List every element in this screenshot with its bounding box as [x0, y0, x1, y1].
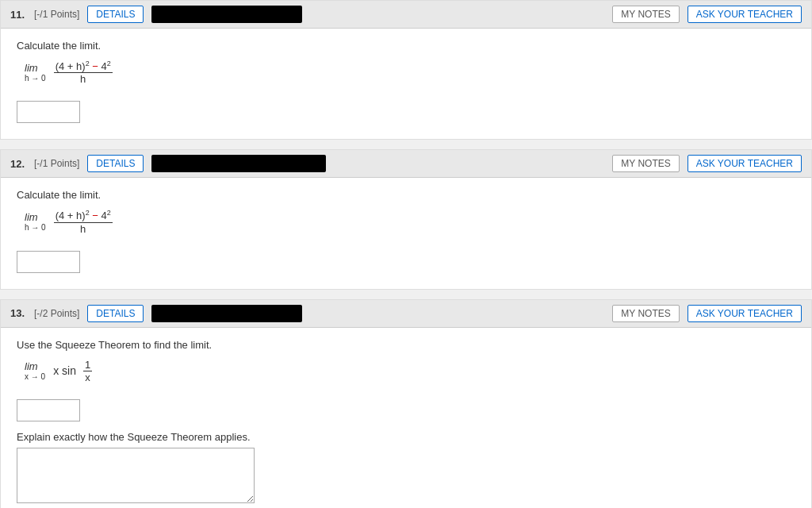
question-12-numerator: (4 + h)2 − 42 — [54, 209, 113, 222]
question-13-explain-label: Explain exactly how the Squeeze Theorem … — [17, 431, 795, 443]
question-12-ask-teacher-button[interactable]: ASK YOUR TEACHER — [688, 155, 802, 172]
question-11-points: [-/1 Points] — [34, 9, 79, 20]
question-11-details-button[interactable]: DETAILS — [87, 6, 144, 23]
question-11-answer-input[interactable] — [17, 101, 80, 123]
question-12-details-button[interactable]: DETAILS — [87, 155, 144, 172]
question-13-number: 13. — [10, 307, 26, 319]
question-11-fraction: (4 + h)2 − 42 h — [54, 60, 113, 85]
question-12-number: 12. — [10, 158, 26, 170]
question-12-denominator: h — [79, 223, 87, 235]
question-12-instruction: Calculate the limit. — [17, 189, 795, 201]
question-12-formula: lim h → 0 (4 + h)2 − 42 h — [25, 209, 795, 241]
question-12: 12. [-/1 Points] DETAILS MY NOTES ASK YO… — [0, 149, 812, 289]
question-11-lim: lim h → 0 — [25, 62, 46, 83]
question-12-fraction: (4 + h)2 − 42 h — [54, 209, 113, 234]
question-13-lim: lim x → 0 — [25, 360, 45, 381]
question-11-numerator: (4 + h)2 − 42 — [54, 60, 113, 73]
question-13-redacted — [151, 305, 302, 322]
question-11-body: Calculate the limit. lim h → 0 (4 + h)2 … — [1, 29, 811, 139]
question-13-formula: lim x → 0 x sin 1 x — [25, 359, 795, 390]
question-13-squeeze-fraction: 1 x — [83, 359, 92, 383]
question-12-lim-top: lim — [25, 211, 46, 223]
question-13-lim-wrapper: lim x → 0 x sin 1 x — [25, 359, 92, 383]
question-12-body: Calculate the limit. lim h → 0 (4 + h)2 … — [1, 178, 811, 288]
question-13-points: [-/2 Points] — [34, 308, 79, 319]
question-13-squeeze-den: x — [83, 371, 92, 383]
question-11-header: 11. [-/1 Points] DETAILS MY NOTES ASK YO… — [1, 1, 811, 29]
question-13-instruction: Use the Squeeze Theorem to find the limi… — [17, 339, 795, 351]
question-13-lim-sub: x → 0 — [25, 372, 45, 381]
question-13-expr-main: x sin — [53, 364, 76, 377]
question-12-my-notes-button[interactable]: MY NOTES — [612, 155, 679, 172]
question-12-lim-sub: h → 0 — [25, 223, 46, 232]
question-11-lim-wrapper: lim h → 0 (4 + h)2 − 42 h — [25, 60, 113, 85]
question-11-formula: lim h → 0 (4 + h)2 − 42 h — [25, 60, 795, 91]
question-12-redacted — [151, 155, 326, 172]
question-12-points: [-/1 Points] — [34, 158, 79, 169]
question-13-lim-top: lim — [25, 360, 45, 372]
question-13-ask-teacher-button[interactable]: ASK YOUR TEACHER — [688, 305, 802, 322]
question-12-header: 12. [-/1 Points] DETAILS MY NOTES ASK YO… — [1, 150, 811, 178]
question-12-lim-wrapper: lim h → 0 (4 + h)2 − 42 h — [25, 209, 113, 234]
question-13-details-button[interactable]: DETAILS — [87, 305, 144, 322]
question-11-denominator: h — [79, 73, 87, 85]
question-13-answer-input[interactable] — [17, 399, 80, 421]
question-12-answer-input[interactable] — [17, 251, 80, 273]
question-13-squeeze-num: 1 — [83, 359, 92, 371]
question-13: 13. [-/2 Points] DETAILS MY NOTES ASK YO… — [0, 299, 812, 508]
question-11-lim-top: lim — [25, 62, 46, 74]
question-11-instruction: Calculate the limit. — [17, 40, 795, 52]
question-11-ask-teacher-button[interactable]: ASK YOUR TEACHER — [688, 6, 802, 23]
question-11-redacted — [151, 6, 302, 23]
question-13-explain-textarea[interactable] — [17, 448, 255, 503]
question-11-my-notes-button[interactable]: MY NOTES — [612, 6, 679, 23]
question-13-body: Use the Squeeze Theorem to find the limi… — [1, 328, 811, 508]
question-11: 11. [-/1 Points] DETAILS MY NOTES ASK YO… — [0, 0, 812, 140]
question-12-lim: lim h → 0 — [25, 211, 46, 232]
question-13-header: 13. [-/2 Points] DETAILS MY NOTES ASK YO… — [1, 300, 811, 328]
question-13-my-notes-button[interactable]: MY NOTES — [612, 305, 679, 322]
question-11-lim-sub: h → 0 — [25, 74, 46, 83]
question-11-number: 11. — [10, 9, 26, 21]
